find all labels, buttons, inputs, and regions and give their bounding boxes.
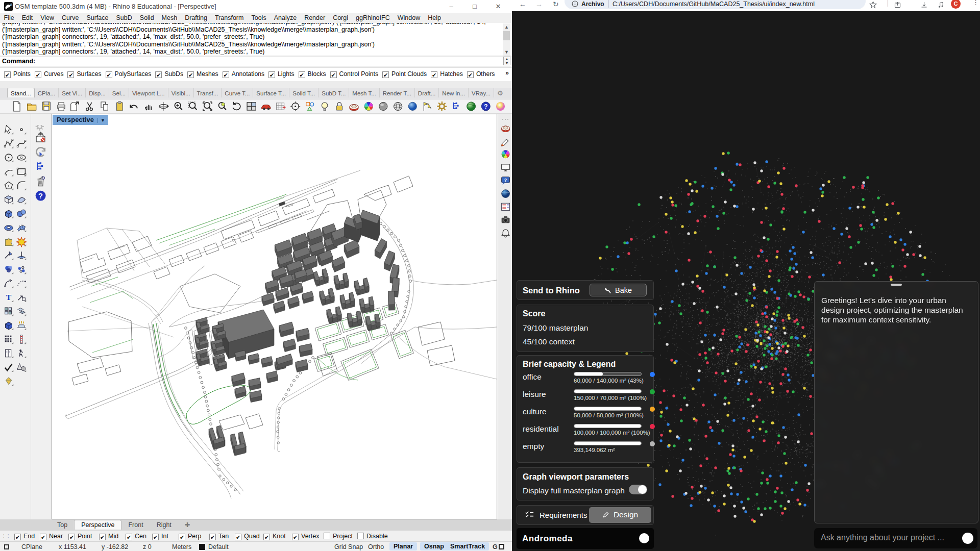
svg-text:8: 8 — [10, 3, 12, 7]
svg-text:?: ? — [38, 192, 43, 200]
svg-text:?: ? — [484, 103, 488, 110]
svg-text:?: ? — [504, 178, 507, 183]
svg-text:T: T — [6, 293, 12, 302]
